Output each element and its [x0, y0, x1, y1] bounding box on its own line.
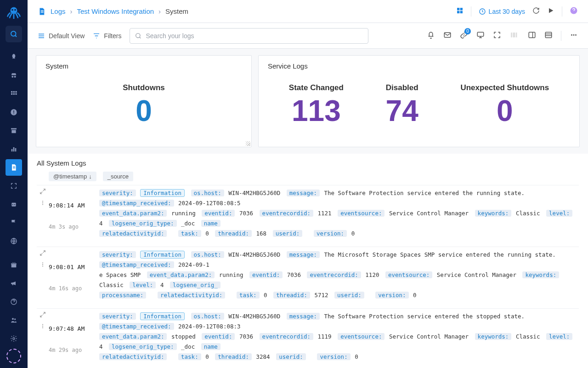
robot-nav-icon[interactable]	[6, 196, 22, 213]
grid-nav-icon[interactable]	[6, 86, 22, 102]
kv-key[interactable]: task:	[178, 230, 201, 237]
fullscreen-nav-icon[interactable]	[6, 178, 22, 194]
list-icon[interactable]	[544, 31, 553, 41]
kv-key[interactable]: eventsource:	[338, 333, 384, 340]
expand-row-icon[interactable]	[40, 188, 46, 196]
row-more-icon[interactable]	[40, 323, 46, 331]
help-icon[interactable]	[570, 6, 578, 17]
kv-key[interactable]: @timestamp_received:	[99, 261, 174, 268]
timestamp-cell: 9:07:48 AM 4m 29s ago	[49, 311, 99, 367]
monitor-icon[interactable]	[476, 31, 485, 41]
search-input[interactable]	[146, 32, 363, 40]
gift-nav-icon[interactable]	[6, 257, 22, 273]
search-nav-icon[interactable]	[6, 26, 22, 42]
filters-button[interactable]: Filters	[93, 32, 121, 40]
rocket-nav-icon[interactable]	[6, 49, 22, 65]
kv-key[interactable]: severity:	[99, 190, 136, 196]
kv-key[interactable]: keywords:	[475, 333, 512, 340]
default-view-button[interactable]: Default View	[38, 32, 85, 40]
panel-right-icon[interactable]	[528, 31, 536, 41]
kv-key[interactable]: eventsource:	[338, 210, 384, 217]
kv-key[interactable]: eventid:	[249, 271, 283, 278]
incognito-nav-icon[interactable]	[6, 67, 22, 84]
kv-key[interactable]: level:	[130, 282, 156, 288]
kv-key[interactable]: os.host:	[191, 313, 224, 320]
col-source[interactable]: _source	[103, 172, 133, 181]
kv-key[interactable]: message:	[287, 251, 320, 258]
kv-key[interactable]: eventrecordid:	[260, 333, 313, 340]
log-row[interactable]: 9:08:01 AM 4m 16s ago severity: Informat…	[37, 247, 579, 308]
expand-row-icon[interactable]	[40, 311, 46, 319]
play-icon[interactable]	[547, 7, 554, 16]
kv-key[interactable]: threadid:	[273, 292, 310, 299]
row-more-icon[interactable]	[40, 261, 46, 269]
kv-val: WIN-4M2HBG5J60D	[228, 251, 280, 258]
kv-key[interactable]: os.host:	[191, 251, 224, 258]
resize-handle[interactable]	[246, 141, 250, 146]
expand-icon[interactable]	[493, 31, 501, 41]
kv-key[interactable]: message:	[287, 190, 320, 196]
apps-icon[interactable]	[456, 7, 464, 16]
bell-icon[interactable]	[427, 31, 435, 41]
log-row[interactable]: 9:07:48 AM 4m 29s ago severity: Informat…	[37, 308, 579, 368]
row-more-icon[interactable]	[40, 200, 46, 207]
kv-key[interactable]: eventid:	[202, 210, 235, 217]
barcode-icon[interactable]	[509, 31, 520, 41]
archive-nav-icon[interactable]	[6, 122, 22, 139]
svg-rect-19	[15, 148, 17, 151]
kv-key[interactable]: eventsource:	[385, 271, 432, 278]
kv-key[interactable]: @timestamp_received:	[99, 323, 174, 330]
globe-nav-icon[interactable]	[6, 233, 22, 249]
kv-key[interactable]: event_data.param2:	[147, 271, 215, 278]
log-row[interactable]: 9:08:14 AM 4m 3s ago severity: Informati…	[37, 185, 579, 247]
link-icon[interactable]: 0	[460, 31, 468, 41]
kv-key[interactable]: logsene_orig_type:	[109, 343, 176, 350]
svg-rect-35	[460, 8, 462, 10]
timestamp-cell: 9:08:01 AM 4m 16s ago	[49, 250, 99, 305]
kv-key[interactable]: message:	[287, 313, 320, 320]
kv-key[interactable]: @timestamp_received:	[99, 200, 174, 207]
breadcrumb-integration[interactable]: Test Windows Integration	[77, 7, 154, 15]
kv-val: 2024-09-12T08:08:3	[178, 323, 240, 330]
kv-key[interactable]: event_data.param2:	[99, 333, 167, 340]
kv-key[interactable]: level:	[546, 333, 572, 340]
kv-key[interactable]: severity:	[99, 251, 136, 258]
alert-nav-icon[interactable]	[6, 104, 22, 121]
flag-nav-icon[interactable]	[6, 214, 22, 231]
kv-key[interactable]: eventrecordid:	[260, 210, 313, 217]
kv-key[interactable]: version:	[317, 353, 350, 360]
chart-nav-icon[interactable]	[6, 141, 22, 157]
kv-key[interactable]: severity:	[99, 313, 136, 320]
user-avatar[interactable]	[6, 349, 21, 363]
logo-icon	[6, 4, 22, 20]
kv-key[interactable]: eventid:	[202, 333, 235, 340]
more-icon[interactable]	[570, 31, 578, 41]
kv-key[interactable]: task:	[178, 353, 201, 360]
kv-key[interactable]: level:	[546, 210, 572, 217]
kv-key[interactable]: keywords:	[475, 210, 512, 217]
kv-key[interactable]: threadid:	[215, 230, 252, 237]
col-timestamp[interactable]: @timestamp ↓	[49, 172, 96, 181]
expand-row-icon[interactable]	[40, 250, 46, 258]
kv-key[interactable]: eventrecordid:	[307, 271, 361, 278]
kv-key[interactable]: logsene_orig_type:	[109, 220, 176, 227]
kv-key[interactable]: threadid:	[215, 353, 252, 360]
help-nav-icon[interactable]	[6, 293, 22, 310]
kv-key[interactable]: keywords:	[522, 271, 559, 278]
gear-nav-icon[interactable]	[6, 330, 22, 347]
kv-key[interactable]: version:	[314, 230, 347, 237]
refresh-icon[interactable]	[532, 7, 540, 16]
kv-key[interactable]: event_data.param2:	[99, 210, 167, 217]
time-range-picker[interactable]: Last 30 days	[479, 8, 525, 15]
service-card-title: Service Logs	[268, 62, 570, 70]
kv-key[interactable]: task:	[237, 292, 260, 299]
megaphone-nav-icon[interactable]	[6, 275, 22, 292]
mail-icon[interactable]	[443, 31, 452, 41]
kv-key[interactable]: version:	[375, 292, 408, 299]
logs-nav-icon[interactable]	[6, 159, 22, 176]
kv-key[interactable]: os.host:	[191, 190, 224, 196]
team-nav-icon[interactable]	[6, 312, 22, 328]
breadcrumb-logs[interactable]: Logs	[51, 7, 66, 15]
state-changed-value: 113	[289, 96, 344, 126]
kv-val: 0	[205, 230, 209, 237]
